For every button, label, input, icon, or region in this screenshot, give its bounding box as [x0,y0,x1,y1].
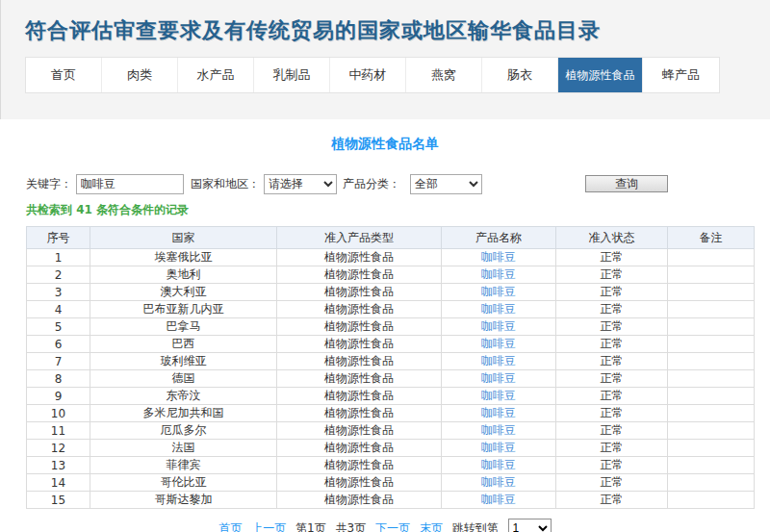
column-header: 国家 [90,227,277,249]
row-product: 咖啡豆 [442,266,556,284]
product-link[interactable]: 咖啡豆 [481,250,516,264]
table-row: 6巴西植物源性食品咖啡豆正常 [27,336,755,353]
jump-page-select[interactable]: 1 [508,519,552,532]
row-remark [668,266,755,284]
row-status: 正常 [556,353,668,370]
nav-tab-9[interactable]: 蜂产品 [643,58,719,92]
keyword-label: 关键字： [26,176,72,192]
row-country: 巴布亚新几内亚 [90,301,277,318]
product-link[interactable]: 咖啡豆 [481,493,516,506]
table-row: 9东帝汶植物源性食品咖啡豆正常 [27,388,755,405]
product-link[interactable]: 咖啡豆 [481,354,516,367]
next-page-link[interactable]: 下一页 [375,521,410,532]
product-link[interactable]: 咖啡豆 [481,441,516,454]
last-page-link[interactable]: 末页 [420,521,443,532]
row-country: 澳大利亚 [90,284,277,301]
product-link[interactable]: 咖啡豆 [481,302,516,316]
keyword-input[interactable] [76,174,184,194]
row-no: 7 [27,353,90,370]
product-link[interactable]: 咖啡豆 [481,389,516,402]
row-status: 正常 [556,284,668,301]
row-country: 东帝汶 [90,388,277,405]
row-no: 15 [27,492,90,509]
product-link[interactable]: 咖啡豆 [481,285,516,298]
row-product: 咖啡豆 [442,249,556,266]
row-no: 5 [27,318,90,336]
column-header: 产品名称 [442,227,556,249]
row-status: 正常 [556,249,668,266]
row-product: 咖啡豆 [442,422,556,440]
row-no: 11 [27,422,90,440]
row-no: 3 [27,284,90,301]
row-status: 正常 [556,457,668,474]
row-country: 哥伦比亚 [90,474,277,492]
row-product: 咖啡豆 [442,440,556,457]
product-link[interactable]: 咖啡豆 [481,406,516,419]
row-type: 植物源性食品 [277,457,442,474]
table-row: 4巴布亚新几内亚植物源性食品咖啡豆正常 [27,301,755,318]
results-table: 序号国家准入产品类型产品名称准入状态备注 1埃塞俄比亚植物源性食品咖啡豆正常2奥… [26,226,755,509]
row-country: 多米尼加共和国 [90,405,277,422]
nav-tab-1[interactable]: 首页 [26,58,102,92]
table-row: 15哥斯达黎加植物源性食品咖啡豆正常 [27,492,755,509]
row-no: 1 [27,249,90,266]
country-select[interactable]: 请选择 [264,174,337,194]
product-link[interactable]: 咖啡豆 [481,371,516,385]
row-no: 9 [27,388,90,405]
row-product: 咖啡豆 [442,474,556,492]
row-remark [668,353,755,370]
row-product: 咖啡豆 [442,457,556,474]
page-header: 符合评估审查要求及有传统贸易的国家或地区输华食品目录 首页肉类水产品乳制品中药材… [0,0,770,119]
nav-tabs: 首页肉类水产品乳制品中药材燕窝肠衣植物源性食品蜂产品 [25,57,720,93]
search-form: 关键字： 国家和地区： 请选择 产品分类： 全部 查询 [26,173,770,194]
product-link[interactable]: 咖啡豆 [481,458,516,471]
prev-page-link[interactable]: 上一页 [251,521,286,532]
product-link[interactable]: 咖啡豆 [481,267,516,281]
row-remark [668,440,755,457]
nav-tab-7[interactable]: 肠衣 [482,58,558,92]
row-remark [668,492,755,509]
main-title: 符合评估审查要求及有传统贸易的国家或地区输华食品目录 [1,0,770,45]
product-link[interactable]: 咖啡豆 [481,475,516,489]
product-link[interactable]: 咖啡豆 [481,423,516,437]
row-product: 咖啡豆 [442,284,556,301]
table-body: 1埃塞俄比亚植物源性食品咖啡豆正常2奥地利植物源性食品咖啡豆正常3澳大利亚植物源… [27,249,755,509]
row-remark [668,284,755,301]
nav-tab-6[interactable]: 燕窝 [406,58,482,92]
row-type: 植物源性食品 [277,336,442,353]
query-button[interactable]: 查询 [585,175,668,192]
nav-tab-8[interactable]: 植物源性食品 [558,58,643,92]
row-remark [668,336,755,353]
total-pages-text: 共3页 [336,521,367,532]
table-row: 2奥地利植物源性食品咖啡豆正常 [27,266,755,284]
row-remark [668,249,755,266]
category-select[interactable]: 全部 [410,174,482,194]
row-product: 咖啡豆 [442,353,556,370]
row-country: 埃塞俄比亚 [90,249,277,266]
nav-tab-2[interactable]: 肉类 [102,58,178,92]
row-type: 植物源性食品 [277,422,442,440]
product-link[interactable]: 咖啡豆 [481,337,516,350]
table-header-row: 序号国家准入产品类型产品名称准入状态备注 [27,227,755,249]
row-type: 植物源性食品 [277,388,442,405]
table-row: 11厄瓜多尔植物源性食品咖啡豆正常 [27,422,755,440]
row-no: 6 [27,336,90,353]
row-no: 2 [27,266,90,284]
row-product: 咖啡豆 [442,301,556,318]
table-row: 13菲律宾植物源性食品咖啡豆正常 [27,457,755,474]
nav-tab-5[interactable]: 中药材 [330,58,406,92]
row-type: 植物源性食品 [277,492,442,509]
row-country: 奥地利 [90,266,277,284]
row-product: 咖啡豆 [442,318,556,336]
row-country: 巴西 [90,336,277,353]
row-remark [668,474,755,492]
table-row: 3澳大利亚植物源性食品咖啡豆正常 [27,284,755,301]
product-link[interactable]: 咖啡豆 [481,319,516,333]
row-product: 咖啡豆 [442,370,556,388]
country-label: 国家和地区： [191,176,260,192]
nav-tab-4[interactable]: 乳制品 [254,58,330,92]
first-page-link[interactable]: 首页 [218,521,242,532]
row-no: 12 [27,440,90,457]
nav-tab-3[interactable]: 水产品 [178,58,254,92]
row-status: 正常 [556,370,668,388]
